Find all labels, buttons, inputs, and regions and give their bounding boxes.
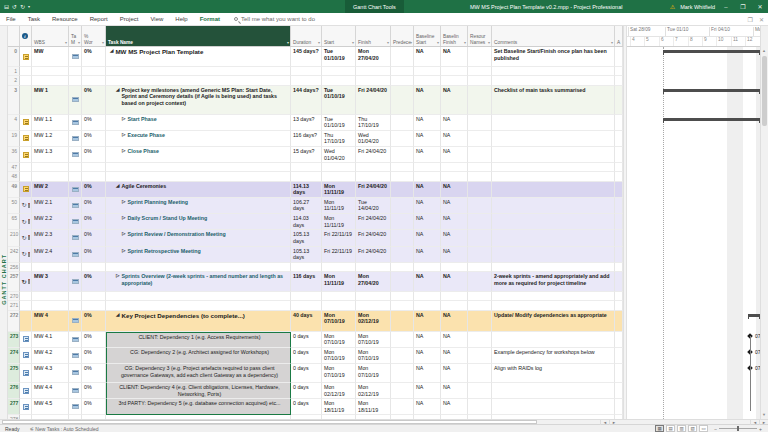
- cell-bs[interactable]: [414, 292, 441, 301]
- cell-pred[interactable]: [391, 272, 414, 292]
- filter-dropdown-icon[interactable]: ▾: [65, 40, 67, 45]
- cell-bf[interactable]: NA: [441, 198, 468, 214]
- cell-task-name[interactable]: CLIENT: Dependency 1 (e.g. Access Requir…: [106, 332, 291, 348]
- menu-tab-help[interactable]: Help: [169, 16, 193, 22]
- cell-start[interactable]: Thu 17/10/19: [322, 131, 356, 147]
- cell-dur[interactable]: 105.13 days: [291, 230, 322, 246]
- cell-bs[interactable]: NA: [414, 198, 441, 214]
- cell-add[interactable]: [615, 230, 623, 246]
- cell-task-name[interactable]: CG: Dependency 3 (e.g. Project artefacts…: [106, 364, 291, 383]
- cell-bs[interactable]: [414, 263, 441, 272]
- cell-mode[interactable]: [69, 301, 82, 310]
- cell-fin[interactable]: [356, 263, 391, 272]
- cell-bs[interactable]: NA: [414, 86, 441, 115]
- cell-res[interactable]: [468, 147, 492, 163]
- cell-res[interactable]: [468, 86, 492, 115]
- cell-task-name[interactable]: [106, 163, 291, 172]
- cell-info[interactable]: [20, 131, 32, 147]
- cell-task-name[interactable]: ▷Sprint Review / Demonstration Meeting: [106, 230, 291, 246]
- cell-pct[interactable]: [82, 301, 106, 310]
- cell-start[interactable]: Mon 07/10/19: [322, 311, 356, 332]
- cell-pct[interactable]: [82, 172, 106, 181]
- filter-dropdown-icon[interactable]: ▾: [78, 40, 80, 45]
- cell-bs[interactable]: [414, 67, 441, 76]
- cell-start[interactable]: [322, 301, 356, 310]
- row-number[interactable]: 210: [8, 230, 20, 246]
- cell-dur[interactable]: 106.27 days: [291, 198, 322, 214]
- cell-bs[interactable]: NA: [414, 147, 441, 163]
- cell-wbs[interactable]: MW 4.3: [32, 364, 69, 383]
- cell-add[interactable]: [615, 131, 623, 147]
- cell-com[interactable]: [492, 147, 615, 163]
- filter-dropdown-icon[interactable]: ▾: [488, 40, 490, 45]
- menu-tab-task[interactable]: Task: [22, 16, 46, 22]
- cell-mode[interactable]: [69, 348, 82, 364]
- cell-task-name[interactable]: [106, 172, 291, 181]
- cell-bf[interactable]: NA: [441, 182, 468, 198]
- zoom-slider-thumb[interactable]: [737, 426, 739, 431]
- cell-res[interactable]: [468, 311, 492, 332]
- cell-com[interactable]: [492, 332, 615, 348]
- cell-com[interactable]: [492, 172, 615, 181]
- cell-fin[interactable]: Fri 24/04/20: [356, 230, 391, 246]
- row-number[interactable]: 275: [8, 364, 20, 383]
- cell-fin[interactable]: Mon 02/12/19: [356, 383, 391, 399]
- cell-wbs[interactable]: MW 2: [32, 182, 69, 198]
- cell-info[interactable]: [20, 332, 32, 348]
- cell-pct[interactable]: 0%: [82, 198, 106, 214]
- cell-pct[interactable]: 0%: [82, 247, 106, 263]
- cell-pct[interactable]: 0%: [82, 399, 106, 415]
- cell-res[interactable]: [468, 383, 492, 399]
- cell-pred[interactable]: [391, 364, 414, 383]
- cell-bs[interactable]: [414, 415, 441, 419]
- cell-pred[interactable]: [391, 115, 414, 131]
- cell-wbs[interactable]: MW 2.2: [32, 214, 69, 230]
- cell-pred[interactable]: [391, 163, 414, 172]
- cell-bf[interactable]: NA: [441, 86, 468, 115]
- cell-pred[interactable]: [391, 172, 414, 181]
- row-number[interactable]: 0: [8, 47, 20, 67]
- cell-pct[interactable]: [82, 163, 106, 172]
- cell-bf[interactable]: [441, 301, 468, 310]
- row-number[interactable]: 4: [8, 115, 20, 131]
- cell-dur[interactable]: 13 days?: [291, 115, 322, 131]
- cell-wbs[interactable]: MW 3: [32, 272, 69, 292]
- cell-wbs[interactable]: MW 1.1: [32, 115, 69, 131]
- filter-dropdown-icon[interactable]: ▾: [611, 40, 613, 45]
- cell-dur[interactable]: 40 days: [291, 311, 322, 332]
- cell-info[interactable]: ↻: [20, 214, 32, 230]
- cell-wbs[interactable]: MW 2.3: [32, 230, 69, 246]
- row-number[interactable]: 256: [8, 263, 20, 272]
- cell-com[interactable]: [492, 163, 615, 172]
- menu-tab-file[interactable]: File: [0, 16, 22, 22]
- expand-icon[interactable]: ▷: [122, 248, 125, 255]
- cell-bf[interactable]: [441, 67, 468, 76]
- cell-start[interactable]: [322, 292, 356, 301]
- cell-start[interactable]: Mon 07/10/19: [322, 348, 356, 364]
- cell-mode[interactable]: [69, 272, 82, 292]
- cell-start[interactable]: Wed 01/04/20: [322, 147, 356, 163]
- row-number[interactable]: 272: [8, 311, 20, 332]
- cell-pred[interactable]: [391, 383, 414, 399]
- cell-info[interactable]: [20, 348, 32, 364]
- cell-fin[interactable]: Fri 24/04/20: [356, 214, 391, 230]
- cell-dur[interactable]: 114.13 days: [291, 182, 322, 198]
- row-number[interactable]: 278: [8, 415, 20, 419]
- cell-mode[interactable]: [69, 172, 82, 181]
- column-header-pred[interactable]: Predece▾: [391, 26, 414, 46]
- cell-pct[interactable]: [82, 76, 106, 85]
- cell-add[interactable]: [615, 172, 623, 181]
- cell-com[interactable]: Update/ Modify dependencies as appropria…: [492, 311, 615, 332]
- gantt-timescale[interactable]: Sat 28/09Tue 01/10Fri 04/10Mon4567891011…: [627, 26, 760, 47]
- cell-pct[interactable]: 0%: [82, 182, 106, 198]
- cell-bf[interactable]: NA: [441, 247, 468, 263]
- cell-bs[interactable]: NA: [414, 348, 441, 364]
- cell-fin[interactable]: Mon 27/04/20: [356, 47, 391, 67]
- cell-mode[interactable]: [69, 415, 82, 419]
- cell-dur[interactable]: 116 days?: [291, 131, 322, 147]
- scroll-down-icon[interactable]: ▼: [762, 412, 766, 417]
- cell-bf[interactable]: NA: [441, 272, 468, 292]
- cell-mode[interactable]: [69, 230, 82, 246]
- cell-bs[interactable]: NA: [414, 364, 441, 383]
- cell-bs[interactable]: [414, 163, 441, 172]
